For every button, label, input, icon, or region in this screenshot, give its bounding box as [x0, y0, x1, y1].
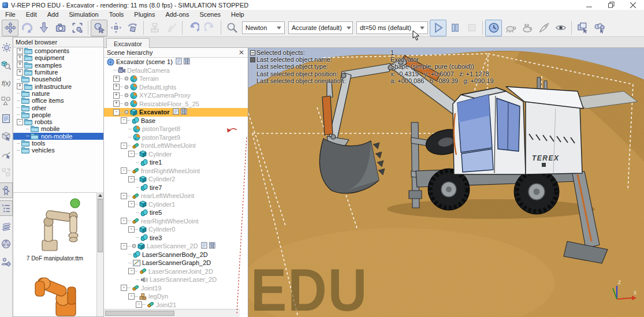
browser-folder-furniture[interactable]: +furniture [13, 69, 103, 76]
hierarchy-node-defaultlights[interactable]: +DefaultLights [104, 83, 248, 92]
play-button[interactable] [430, 20, 446, 36]
expand-icon[interactable]: + [113, 92, 120, 99]
menu-item-plugins[interactable]: Plugins [129, 10, 160, 19]
model-properties-icon[interactable] [184, 58, 190, 66]
engine-dropdown[interactable]: Newton [242, 21, 285, 34]
expand-icon[interactable]: + [113, 84, 120, 90]
hierarchy-node-cylinder2[interactable]: -Cylinder2 [104, 175, 248, 184]
visibility-dot-icon[interactable] [132, 244, 136, 248]
scroll-up-icon[interactable] [97, 192, 103, 199]
hierarchy-node-tire3[interactable]: tire3 [104, 234, 248, 243]
collapse-icon[interactable]: - [121, 143, 127, 149]
hierarchy-hscroll-thumb[interactable] [105, 311, 174, 316]
collapse-icon[interactable]: - [121, 167, 127, 174]
collapse-icon[interactable]: - [128, 201, 135, 207]
browser-folder-office-items[interactable]: office items [13, 97, 103, 104]
browser-folder-robots[interactable]: -robots [13, 118, 103, 125]
visibility-button[interactable] [552, 20, 569, 36]
shape-edit-mode-button[interactable] [0, 129, 13, 144]
slow-down-button[interactable] [502, 20, 519, 36]
viewport-3d[interactable]: TEREX z x Selected objec [248, 48, 644, 317]
browser-folder-examples[interactable]: +examples [13, 62, 103, 69]
hierarchy-node-laserscannerbody-2d[interactable]: LaserScannerBody_2D [104, 251, 248, 259]
hierarchy-node-tire7[interactable]: tire7 [104, 184, 248, 192]
collapse-icon[interactable]: - [121, 117, 127, 124]
hierarchy-node-pistontarget9[interactable]: pistonTarget9 [104, 133, 248, 142]
hierarchy-node-tire1[interactable]: tire1 [104, 158, 248, 167]
expand-icon[interactable]: + [17, 69, 23, 76]
visibility-dot-icon[interactable] [124, 93, 129, 98]
expand-icon[interactable]: + [17, 55, 23, 61]
menu-item-help[interactable]: Help [226, 10, 250, 19]
hierarchy-node-joint21[interactable]: -Joint21 [104, 301, 248, 309]
browser-folder-equipment[interactable]: +equipment [13, 54, 103, 61]
script-icon[interactable] [173, 108, 179, 116]
browser-folder-other[interactable]: other [13, 104, 103, 111]
script-icon[interactable] [201, 242, 207, 250]
visibility-dot-icon[interactable] [124, 85, 129, 89]
layer-selector-button[interactable] [0, 218, 13, 234]
hierarchy-node-laserscannerjoint-2d[interactable]: -LaserScannerJoint_2D [104, 267, 248, 276]
minimize-button[interactable] [578, 0, 600, 10]
model-browser-toggle-button[interactable] [0, 182, 13, 198]
expand-icon[interactable]: + [113, 76, 120, 82]
scene-selector-button[interactable] [591, 20, 608, 36]
undo-button[interactable] [185, 20, 202, 36]
visibility-dot-icon[interactable] [124, 102, 129, 106]
collections-button[interactable] [0, 93, 13, 109]
path-edit-mode-button[interactable] [0, 147, 13, 162]
hierarchy-node-cylinder0[interactable]: -Cylinder0 [104, 225, 248, 234]
browser-folder-infrastructure[interactable]: +infrastructure [13, 83, 103, 89]
hierarchy-node-frontrightwheeljoint[interactable]: -frontRightWheelJoint [104, 167, 248, 176]
expand-icon[interactable]: + [113, 100, 120, 107]
hierarchy-node-rearleftwheeljoint[interactable]: -rearLeftWheelJoint [104, 192, 248, 200]
script-editor-button[interactable] [0, 111, 13, 126]
camera-zoom-button[interactable] [35, 20, 52, 36]
video-recorder-button[interactable] [0, 236, 13, 252]
menu-item-file[interactable]: File [0, 10, 21, 19]
collapse-icon[interactable]: - [121, 218, 127, 224]
collapse-icon[interactable]: - [128, 268, 135, 274]
collapse-icon[interactable]: - [121, 243, 127, 249]
hierarchy-node-laserscannerlaser-2d[interactable]: LaserScannerLaser_2D [104, 275, 248, 284]
hierarchy-node-resizablefloor-5-25[interactable]: +ResizableFloor_5_25 [104, 100, 248, 109]
script-icon[interactable] [176, 58, 182, 66]
hierarchy-hscrollbar[interactable] [104, 309, 240, 317]
visibility-dot-icon[interactable] [124, 110, 129, 114]
object-rotate-button[interactable] [124, 20, 141, 36]
collapse-icon[interactable]: - [17, 119, 23, 125]
menu-item-simulation[interactable]: Simulation [64, 10, 103, 19]
hierarchy-node-excavator[interactable]: -Excavator [104, 108, 248, 117]
hierarchy-node-legdyn[interactable]: -legDyn [104, 292, 248, 301]
restore-button[interactable] [600, 0, 622, 10]
hierarchy-node-defaultcamera[interactable]: DefaultCamera [104, 66, 248, 75]
collapse-icon[interactable]: - [136, 301, 142, 308]
hierarchy-node-tire5[interactable]: tire5 [104, 208, 248, 217]
camera-shift-button[interactable] [52, 20, 69, 36]
camera-pan-button[interactable] [2, 20, 18, 36]
browser-folder-tools[interactable]: tools [13, 140, 103, 147]
model-properties-icon[interactable] [209, 242, 215, 250]
real-time-button[interactable] [485, 20, 502, 36]
speed-up-button[interactable] [519, 20, 535, 36]
pause-button[interactable] [446, 20, 463, 36]
collapse-icon[interactable]: - [128, 226, 135, 233]
object-select-button[interactable] [91, 20, 107, 36]
threaded-rendering-button[interactable] [535, 20, 552, 36]
accuracy-dropdown[interactable]: Accurate (default) [288, 21, 353, 34]
camera-rotate-button[interactable] [18, 20, 35, 36]
collapse-icon[interactable]: - [128, 176, 135, 182]
collapse-icon[interactable]: - [121, 193, 127, 199]
browser-folder-household[interactable]: household [13, 76, 103, 83]
hierarchy-node-excavator-scene-1-[interactable]: Excavator (scene 1) [104, 58, 248, 66]
browser-folder-people[interactable]: people [13, 111, 103, 118]
menu-item-scenes[interactable]: Scenes [194, 10, 226, 19]
collapse-icon[interactable]: - [121, 285, 127, 291]
hierarchy-node-terrain[interactable]: +Terrain [104, 74, 248, 83]
hierarchy-node-base[interactable]: -Base [104, 117, 248, 125]
hierarchy-node-joint19[interactable]: -Joint19 [104, 284, 248, 293]
menu-item-tools[interactable]: Tools [104, 10, 129, 19]
expand-icon[interactable]: + [17, 62, 23, 68]
browser-folder-vehicles[interactable]: vehicles [13, 147, 103, 154]
model-browser-scrollbar[interactable] [96, 192, 103, 316]
